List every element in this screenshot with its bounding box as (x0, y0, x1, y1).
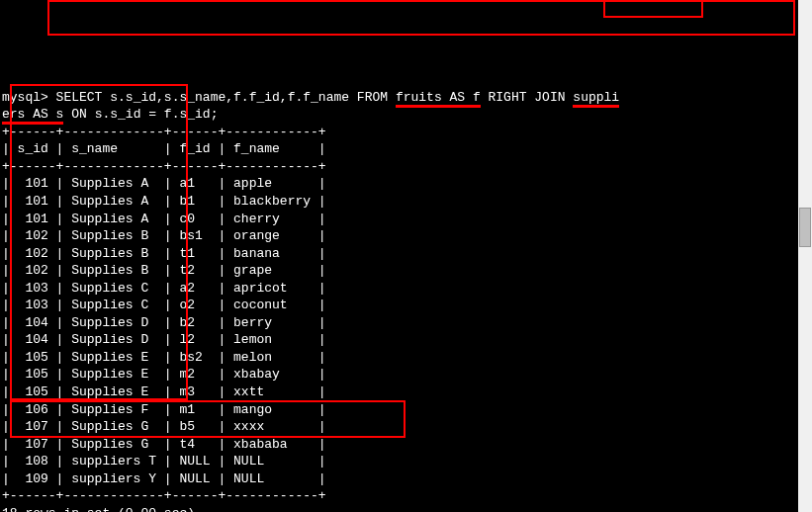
scrollbar-thumb[interactable] (799, 208, 811, 247)
mysql-prompt: mysql> (2, 90, 48, 105)
annotation-query-box (47, 0, 795, 36)
space (481, 90, 489, 105)
table-row: | 107 | Supplies G | t4 | xbababa | (2, 437, 326, 452)
annotation-rightjoin-box (603, 0, 703, 18)
query-on-clause: ON s.s_id = f.s_id; (63, 107, 218, 122)
terminal-output: mysql> SELECT s.s_id,s.s_name,f.f_id,f.f… (2, 71, 798, 512)
query-right-join: RIGHT JOIN (489, 90, 566, 105)
table-row: | 104 | Supplies D | b2 | berry | (2, 315, 326, 330)
table-separator: +------+-------------+------+-----------… (2, 159, 326, 174)
table-row: | 103 | Supplies C | o2 | coconut | (2, 298, 326, 312)
vertical-scrollbar[interactable] (798, 0, 812, 512)
query-suppliers: suppli (573, 90, 619, 108)
table-row: | 102 | Supplies B | t2 | grape | (2, 263, 326, 278)
table-row: | 104 | Supplies D | l2 | lemon | (2, 332, 326, 347)
result-footer: 18 rows in set (0.00 sec) (2, 506, 195, 512)
query-fruits-alias: fruits AS f (396, 90, 481, 108)
table-row: | 105 | Supplies E | bs2 | melon | (2, 350, 326, 365)
query-select: SELECT s.s_id,s.s_name,f.f_id,f.f_name F… (48, 90, 396, 105)
table-row: | 109 | suppliers Y | NULL | NULL | (2, 471, 326, 486)
terminal-content: mysql> SELECT s.s_id,s.s_name,f.f_id,f.f… (2, 89, 798, 512)
table-row: | 107 | Supplies G | b5 | xxxx | (2, 419, 326, 434)
table-row: | 102 | Supplies B | bs1 | orange | (2, 228, 326, 243)
table-row: | 101 | Supplies A | b1 | blackberry | (2, 194, 326, 209)
query-suppliers-cont: ers AS s (2, 107, 63, 125)
table-row: | 101 | Supplies A | a1 | apple | (2, 176, 326, 191)
table-row: | 103 | Supplies C | a2 | apricot | (2, 281, 326, 296)
table-row: | 101 | Supplies A | c0 | cherry | (2, 212, 326, 226)
table-header: | s_id | s_name | f_id | f_name | (2, 141, 326, 156)
table-row: | 105 | Supplies E | m2 | xbabay | (2, 367, 326, 382)
table-row: | 108 | suppliers T | NULL | NULL | (2, 454, 326, 469)
table-row: | 105 | Supplies E | m3 | xxtt | (2, 384, 326, 399)
table-row: | 106 | Supplies F | m1 | mango | (2, 402, 326, 417)
table-row: | 102 | Supplies B | t1 | banana | (2, 246, 326, 261)
table-separator: +------+-------------+------+-----------… (2, 125, 326, 139)
table-separator: +------+-------------+------+-----------… (2, 488, 326, 503)
